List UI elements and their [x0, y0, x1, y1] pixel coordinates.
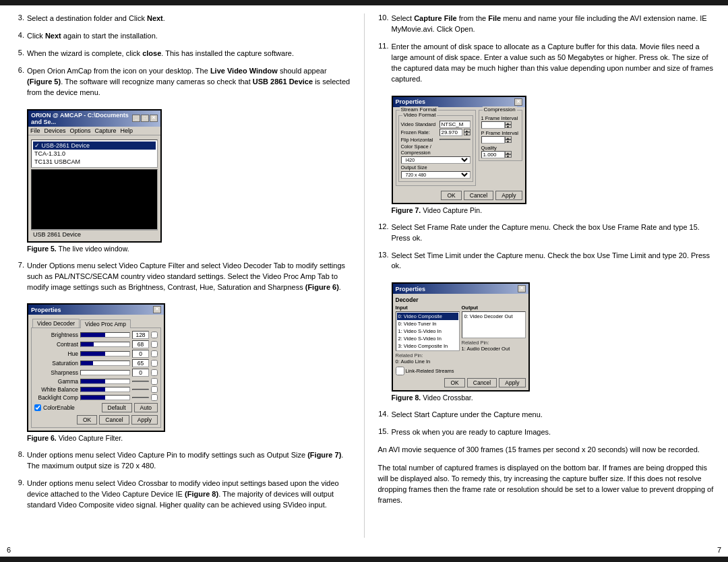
capture-pin-close-btn[interactable]: ✕	[514, 98, 522, 106]
prop-sharpness-label: Sharpness	[34, 369, 78, 376]
p-frame-interval-down[interactable]: ▼	[505, 139, 512, 143]
prop-gamma-slider[interactable]	[80, 379, 130, 384]
prop-default-btn[interactable]: Default	[102, 403, 132, 412]
step-10-text: Select Capture File from the File menu a…	[392, 13, 715, 35]
amcap-body: ✓ USB-2861 Device TCA-1.31.0 TC131 USBCA…	[28, 135, 160, 241]
amcap-close-btn[interactable]: ✕	[150, 115, 158, 122]
prop-saturation-check[interactable]	[151, 360, 158, 367]
properties-6-cancel-btn[interactable]: Cancel	[99, 415, 129, 425]
prop-colorenable-row: ColorEnable Default Auto	[34, 403, 158, 412]
step-15: 15. Press ok when you are ready to captu…	[378, 427, 715, 438]
frozen-rate-value: 29.970	[439, 129, 462, 136]
prop-contrast-slider[interactable]	[80, 342, 130, 347]
capture-pin-ok-btn[interactable]: OK	[441, 191, 461, 200]
frame-interval-input[interactable]	[481, 121, 505, 129]
flip-horizontal-value	[439, 139, 471, 140]
crossbar-input-composite[interactable]: 0: Video Composite	[397, 313, 458, 320]
prop-hue-check[interactable]	[151, 350, 158, 357]
properties-6-content: Brightness 128 Contrast 68	[31, 327, 161, 428]
crossbar-input-tuner[interactable]: 0: Video Tuner In	[397, 320, 458, 327]
amcap-status: USB 2861 Device	[31, 230, 158, 239]
amcap-device-tc131[interactable]: TC131 USBCAM	[33, 158, 156, 166]
figure-7-caption: Figure 7. Video Capture Pin.	[392, 206, 483, 214]
quality-down[interactable]: ▼	[505, 154, 512, 158]
colorspace-select[interactable]: I420	[401, 156, 471, 164]
compression-inner: 1 Frame Interval ▲ ▼	[481, 115, 520, 158]
step-4-text: Click Next again to start the installati…	[27, 31, 158, 42]
prop-auto-btn[interactable]: Auto	[134, 403, 158, 412]
frame-interval-down[interactable]: ▼	[505, 125, 512, 128]
amcap-menu-devices[interactable]: Devices	[44, 127, 66, 134]
prop-sharpness-check[interactable]	[151, 369, 158, 376]
properties-dialog-6: Properties ✕ Video Decoder Video Proc Am…	[27, 303, 165, 432]
prop-brightness-check[interactable]	[151, 332, 158, 338]
frame-interval-spinner[interactable]: ▲ ▼	[505, 121, 512, 128]
properties-6-close-btn[interactable]: ✕	[153, 306, 161, 313]
prop-contrast-check[interactable]	[151, 341, 158, 348]
output-size-row: Output Size	[401, 164, 471, 170]
crossbar-input-composite2[interactable]: 3: Video Composite In	[397, 342, 458, 350]
p-frame-interval-spinner[interactable]: ▲ ▼	[505, 136, 512, 143]
page-numbers-row: 6 7	[0, 543, 728, 557]
frozen-rate-down[interactable]: ▼	[464, 132, 471, 135]
prop-sharpness-slider[interactable]	[80, 370, 130, 375]
capture-pin-apply-btn[interactable]: Apply	[495, 191, 522, 200]
amcap-minimize-btn[interactable]: _	[132, 115, 140, 122]
link-related-checkbox[interactable]	[396, 367, 404, 375]
crossbar-apply-btn[interactable]: Apply	[499, 378, 525, 387]
figure-5-caption: Figure 5. The live video window.	[27, 245, 129, 253]
crossbar-cancel-btn[interactable]: Cancel	[467, 378, 497, 387]
quality-input[interactable]	[481, 151, 505, 158]
crossbar-close-btn[interactable]: ✕	[518, 285, 526, 292]
video-standard-label: Video Standard	[401, 121, 438, 127]
amcap-menu-help[interactable]: Help	[121, 127, 133, 134]
crossbar-title: Properties	[396, 286, 426, 292]
crossbar-ok-btn[interactable]: OK	[444, 378, 464, 387]
frozen-rate-label: Frozen Rate:	[401, 129, 438, 135]
step-7-number: 7.	[13, 261, 24, 293]
paragraph-1: An AVI movie sequence of 300 frames (15 …	[378, 445, 715, 456]
output-size-select[interactable]: 720 x 480	[401, 171, 471, 179]
prop-brightness-slider[interactable]	[80, 332, 130, 338]
properties-6-ok-btn[interactable]: OK	[77, 415, 97, 425]
amcap-menu-file[interactable]: File	[30, 127, 40, 134]
prop-backlight-check[interactable]	[151, 394, 158, 401]
properties-6-apply-btn[interactable]: Apply	[131, 415, 158, 425]
prop-colorenable-check[interactable]	[34, 404, 41, 411]
amcap-device-tca[interactable]: TCA-1.31.0	[33, 150, 156, 158]
video-format-inner: Video Standard NTSC_M Frozen Rate: 29.97…	[401, 121, 471, 179]
prop-backlight-slider[interactable]	[80, 395, 130, 400]
prop-whitebalance-check[interactable]	[151, 386, 158, 393]
crossbar-related-left-value: 0: Audio Line In	[396, 358, 460, 365]
prop-gamma-value	[132, 381, 149, 382]
quality-spinner[interactable]: ▲ ▼	[505, 151, 512, 158]
step-10-number: 10.	[378, 13, 389, 35]
prop-hue-label: Hue	[34, 350, 78, 357]
prop-hue-slider[interactable]	[80, 351, 130, 356]
tab-video-decoder[interactable]: Video Decoder	[32, 319, 80, 327]
prop-whitebalance-label: White Balance	[34, 386, 78, 393]
amcap-device-usb2861[interactable]: ✓ USB-2861 Device	[33, 142, 156, 150]
frozen-rate-spinner[interactable]: ▲ ▼	[464, 129, 471, 135]
step-9: 9. Under options menu select Video Cross…	[13, 478, 351, 511]
prop-whitebalance-slider[interactable]	[80, 387, 130, 392]
crossbar-input-svideo2[interactable]: 2: Video S-Video In	[397, 335, 458, 342]
amcap-maximize-btn[interactable]: □	[141, 115, 149, 122]
capture-pin-cancel-btn[interactable]: Cancel	[464, 191, 493, 200]
video-standard-value: NTSC_M	[439, 121, 471, 128]
tab-video-proc-amp[interactable]: Video Proc Amp	[80, 319, 131, 328]
crossbar-input-svideo1[interactable]: 1: Video S-Video In	[397, 327, 458, 335]
capture-pin-right: Compression 1 Frame Interval ▲ ▼	[479, 110, 522, 188]
step-11-text: Enter the amount of disk space to alloca…	[392, 42, 715, 85]
frozen-rate-row: Frozen Rate: 29.970 ▲ ▼	[401, 129, 471, 136]
amcap-menu-options[interactable]: Options	[70, 127, 91, 134]
crossbar-action-buttons: OK Cancel Apply	[396, 378, 526, 387]
step-5-text: When the wizard is complete, click close…	[27, 49, 294, 59]
prop-gamma-check[interactable]	[151, 378, 158, 385]
p-frame-interval-input[interactable]	[481, 136, 505, 144]
crossbar-output-decoder[interactable]: 0: Video Decoder Out	[463, 313, 524, 320]
left-page-number: 6	[7, 544, 11, 555]
capture-pin-sections: Stream Format Video Format Video Standar…	[396, 110, 522, 188]
prop-saturation-slider[interactable]	[80, 361, 130, 366]
amcap-menu-capture[interactable]: Capture	[95, 127, 117, 134]
